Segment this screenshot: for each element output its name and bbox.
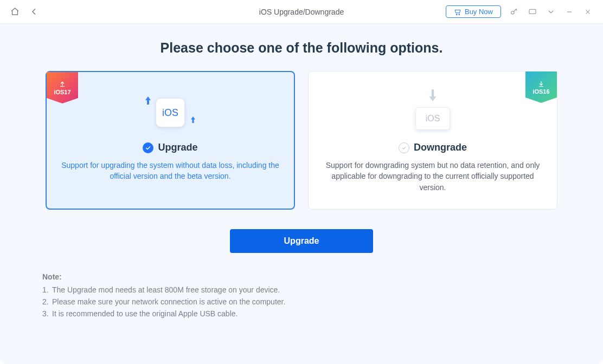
upgrade-title: Upgrade xyxy=(158,142,197,153)
upload-icon xyxy=(58,81,67,88)
content-area: Please choose one of the following optio… xyxy=(0,24,603,364)
back-icon[interactable] xyxy=(29,7,39,17)
ios-tile-grey: iOS xyxy=(415,107,450,130)
ios-tile: iOS xyxy=(156,98,185,127)
cart-icon xyxy=(454,8,461,16)
note-item: 3.It is recommended to use the original … xyxy=(42,309,561,318)
upgrade-illustration: iOS xyxy=(59,93,281,132)
downgrade-ribbon-label: iOS16 xyxy=(533,88,549,95)
downgrade-illustration: iOS xyxy=(322,93,544,132)
home-icon[interactable] xyxy=(10,7,20,17)
down-arrow-icon xyxy=(426,88,440,103)
buy-now-button[interactable]: Buy Now xyxy=(446,5,501,18)
feedback-icon[interactable] xyxy=(527,6,538,17)
primary-action-button[interactable]: Upgrade xyxy=(230,229,373,253)
upgrade-card[interactable]: iOS17 iOS Upgrade Support for upgrading … xyxy=(46,71,295,210)
buy-now-label: Buy Now xyxy=(465,8,493,16)
up-arrow-icon xyxy=(144,96,152,110)
page-heading: Please choose one of the following optio… xyxy=(8,40,595,56)
chevron-down-icon[interactable] xyxy=(546,6,556,17)
svg-point-0 xyxy=(456,14,457,15)
downgrade-title: Downgrade xyxy=(414,142,467,153)
downgrade-card[interactable]: iOS16 iOS Downgrade Support for downgrad… xyxy=(308,71,557,210)
window-title: iOS Upgrade/Downgrade xyxy=(259,8,344,16)
upgrade-desc: Support for upgrading the system without… xyxy=(59,160,281,182)
svg-point-1 xyxy=(459,14,460,15)
titlebar: iOS Upgrade/Downgrade Buy Now xyxy=(0,0,603,24)
close-icon[interactable] xyxy=(582,6,593,17)
check-filled-icon xyxy=(143,142,153,153)
upgrade-ribbon-label: iOS17 xyxy=(54,89,70,95)
minimize-icon[interactable] xyxy=(564,6,575,17)
notes-section: Note: 1.The Upgrade mod needs at least 8… xyxy=(8,272,595,318)
note-item: 1.The Upgrade mod needs at least 800M fr… xyxy=(42,285,561,294)
key-icon[interactable] xyxy=(509,6,519,17)
check-outline-icon xyxy=(399,142,409,153)
option-cards: iOS17 iOS Upgrade Support for upgrading … xyxy=(8,71,595,210)
note-item: 2.Please make sure your network connecti… xyxy=(42,297,561,306)
svg-point-2 xyxy=(511,11,514,14)
download-icon xyxy=(537,80,546,88)
downgrade-desc: Support for downgrading system but no da… xyxy=(322,160,544,193)
up-arrow-icon xyxy=(190,116,196,128)
notes-title: Note: xyxy=(42,272,561,281)
